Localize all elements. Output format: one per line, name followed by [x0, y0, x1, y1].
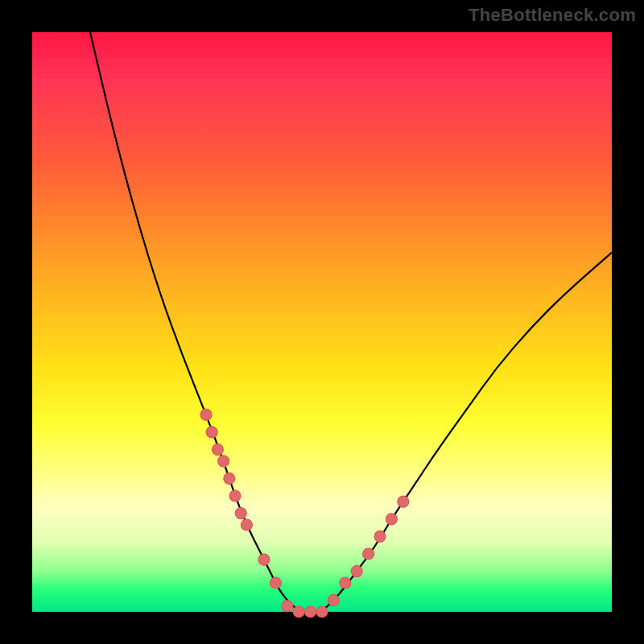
sample-dot — [386, 514, 397, 525]
curve-svg — [32, 32, 612, 612]
plot-area — [32, 32, 612, 612]
bottleneck-curve — [90, 32, 612, 612]
sample-dot — [363, 548, 374, 559]
sample-dot — [293, 606, 304, 617]
sample-dot — [351, 566, 362, 577]
sample-dot — [316, 606, 328, 617]
sample-dot — [282, 601, 293, 612]
sample-dot — [270, 577, 281, 588]
sample-dot — [305, 606, 316, 617]
sample-dot — [258, 554, 270, 565]
sample-dot — [224, 473, 235, 484]
sample-dot — [398, 496, 409, 507]
sample-dot — [241, 519, 252, 530]
sample-dot — [328, 595, 339, 606]
sample-dot — [235, 508, 246, 519]
sample-dot — [229, 490, 241, 502]
sample-dot — [200, 409, 212, 420]
sample-dots — [200, 409, 409, 617]
sample-dot — [206, 427, 217, 438]
watermark-text: TheBottleneck.com — [469, 5, 636, 26]
sample-dot — [218, 456, 229, 467]
chart-frame: TheBottleneck.com — [0, 0, 644, 644]
sample-dot — [374, 530, 386, 542]
sample-dot — [212, 444, 223, 455]
sample-dot — [340, 577, 351, 588]
